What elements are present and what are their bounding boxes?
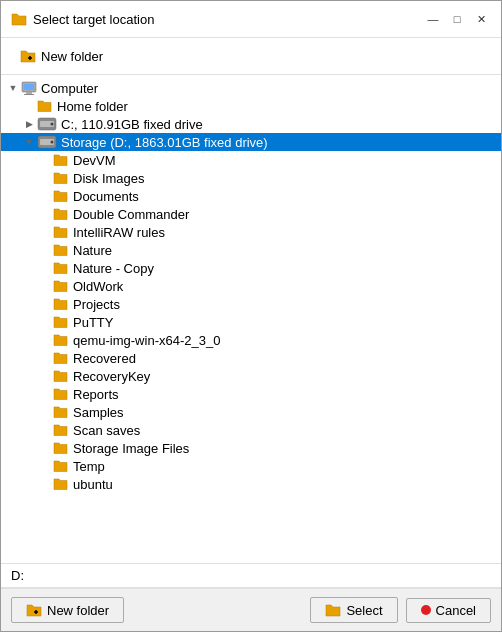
drive-icon <box>37 116 57 132</box>
folder-icon <box>37 98 53 114</box>
tree-item-double_commander[interactable]: Double Commander <box>1 205 501 223</box>
expand-btn-d_drive[interactable] <box>21 134 37 150</box>
folder-icon <box>53 386 69 402</box>
folder-icon <box>53 368 69 384</box>
dialog: Select target location — □ ✕ New folder … <box>0 0 502 632</box>
item-label-nature_copy: Nature - Copy <box>73 261 154 276</box>
item-label-disk_images: Disk Images <box>73 171 145 186</box>
tree-item-intelliraw[interactable]: IntelliRAW rules <box>1 223 501 241</box>
tree-item-storage_image[interactable]: Storage Image Files <box>1 439 501 457</box>
folder-icon <box>53 278 69 294</box>
status-bar: D: <box>1 564 501 588</box>
tree-item-oldwork[interactable]: OldWork <box>1 277 501 295</box>
folder-icon <box>53 188 69 204</box>
item-label-reports: Reports <box>73 387 119 402</box>
minimize-button[interactable]: — <box>423 9 443 29</box>
item-label-samples: Samples <box>73 405 124 420</box>
svg-rect-4 <box>26 92 32 94</box>
folder-icon <box>53 422 69 438</box>
cancel-button[interactable]: Cancel <box>406 598 491 623</box>
folder-icon <box>53 206 69 222</box>
tree-item-recoverykey[interactable]: RecoveryKey <box>1 367 501 385</box>
tree-item-recovered[interactable]: Recovered <box>1 349 501 367</box>
item-label-intelliraw: IntelliRAW rules <box>73 225 165 240</box>
svg-point-8 <box>51 123 54 126</box>
item-label-oldwork: OldWork <box>73 279 123 294</box>
title-folder-icon <box>11 11 27 27</box>
tree-item-qemu[interactable]: qemu-img-win-x64-2_3_0 <box>1 331 501 349</box>
item-label-ubuntu: ubuntu <box>73 477 113 492</box>
tree-item-disk_images[interactable]: Disk Images <box>1 169 501 187</box>
svg-point-11 <box>51 141 54 144</box>
svg-rect-5 <box>24 94 34 95</box>
folder-icon <box>53 350 69 366</box>
expand-btn-c_drive[interactable] <box>21 116 37 132</box>
item-label-computer: Computer <box>41 81 98 96</box>
item-label-devvm: DevVM <box>73 153 116 168</box>
drive-icon <box>37 134 57 150</box>
toolbar-new-folder-label: New folder <box>41 49 103 64</box>
item-label-putty: PuTTY <box>73 315 113 330</box>
bottom-bar: New folder Select Cancel <box>1 588 501 631</box>
folder-icon <box>53 476 69 492</box>
item-label-nature: Nature <box>73 243 112 258</box>
toolbar: New folder <box>1 38 501 75</box>
new-folder-icon <box>20 48 36 64</box>
new-folder-toolbar-button[interactable]: New folder <box>11 44 112 68</box>
tree-item-nature[interactable]: Nature <box>1 241 501 259</box>
title-bar: Select target location — □ ✕ <box>1 1 501 38</box>
tree-item-devvm[interactable]: DevVM <box>1 151 501 169</box>
close-button[interactable]: ✕ <box>471 9 491 29</box>
tree-item-scan_saves[interactable]: Scan saves <box>1 421 501 439</box>
item-label-recovered: Recovered <box>73 351 136 366</box>
tree-area[interactable]: ComputerHome folder C:, 110.91GB fixed d… <box>1 75 501 564</box>
maximize-button[interactable]: □ <box>447 9 467 29</box>
title-bar-left: Select target location <box>11 11 154 27</box>
select-folder-icon <box>325 602 341 618</box>
tree-item-home[interactable]: Home folder <box>1 97 501 115</box>
tree-item-d_drive[interactable]: Storage (D:, 1863.01GB fixed drive) <box>1 133 501 151</box>
item-label-documents: Documents <box>73 189 139 204</box>
select-button[interactable]: Select <box>310 597 397 623</box>
folder-icon <box>53 260 69 276</box>
folder-icon <box>53 224 69 240</box>
folder-icon <box>53 404 69 420</box>
bottom-right: Select Cancel <box>310 597 491 623</box>
tree-item-reports[interactable]: Reports <box>1 385 501 403</box>
folder-icon <box>53 314 69 330</box>
select-label: Select <box>346 603 382 618</box>
item-label-storage_image: Storage Image Files <box>73 441 189 456</box>
new-folder-bottom-button[interactable]: New folder <box>11 597 124 623</box>
item-label-temp: Temp <box>73 459 105 474</box>
folder-icon <box>53 170 69 186</box>
bottom-left: New folder <box>11 597 124 623</box>
new-folder-bottom-label: New folder <box>47 603 109 618</box>
computer-icon <box>21 80 37 96</box>
folder-icon <box>53 458 69 474</box>
item-label-d_drive: Storage (D:, 1863.01GB fixed drive) <box>61 135 268 150</box>
folder-icon <box>53 332 69 348</box>
dialog-title: Select target location <box>33 12 154 27</box>
tree-item-samples[interactable]: Samples <box>1 403 501 421</box>
status-text: D: <box>11 568 24 583</box>
tree-item-c_drive[interactable]: C:, 110.91GB fixed drive <box>1 115 501 133</box>
folder-icon <box>53 296 69 312</box>
tree-item-nature_copy[interactable]: Nature - Copy <box>1 259 501 277</box>
item-label-scan_saves: Scan saves <box>73 423 140 438</box>
expand-btn-computer[interactable] <box>5 80 21 96</box>
cancel-label: Cancel <box>436 603 476 618</box>
tree-item-temp[interactable]: Temp <box>1 457 501 475</box>
item-label-recoverykey: RecoveryKey <box>73 369 150 384</box>
folder-icon <box>53 242 69 258</box>
item-label-home: Home folder <box>57 99 128 114</box>
tree-item-putty[interactable]: PuTTY <box>1 313 501 331</box>
folder-icon <box>53 440 69 456</box>
tree-item-computer[interactable]: Computer <box>1 79 501 97</box>
item-label-projects: Projects <box>73 297 120 312</box>
tree-item-ubuntu[interactable]: ubuntu <box>1 475 501 493</box>
item-label-double_commander: Double Commander <box>73 207 189 222</box>
tree-item-projects[interactable]: Projects <box>1 295 501 313</box>
cancel-dot-icon <box>421 605 431 615</box>
item-label-qemu: qemu-img-win-x64-2_3_0 <box>73 333 220 348</box>
tree-item-documents[interactable]: Documents <box>1 187 501 205</box>
